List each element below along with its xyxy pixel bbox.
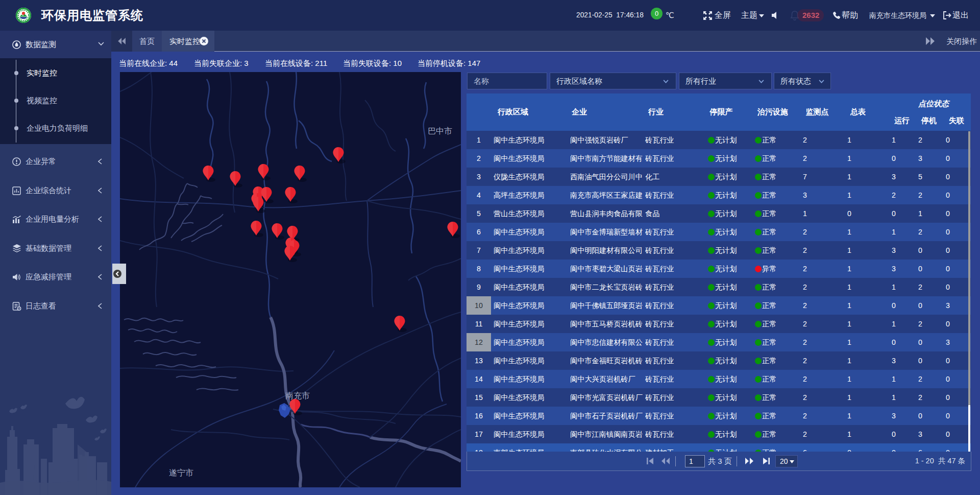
svg-text:南充市: 南充市: [285, 391, 310, 400]
svg-text:巴中市: 巴中市: [428, 127, 452, 135]
svg-text:遂宁市: 遂宁市: [169, 468, 193, 477]
